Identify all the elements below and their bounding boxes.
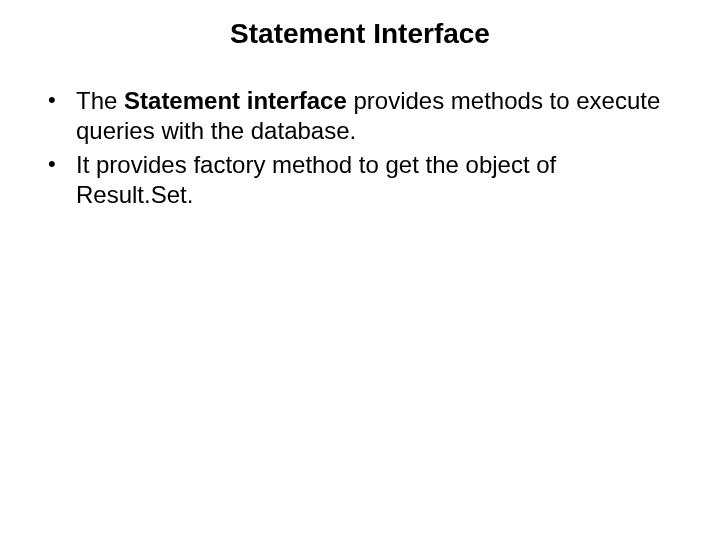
- bullet-suffix: It provides factory method to get the ob…: [76, 151, 556, 208]
- bullet-bold: Statement interface: [124, 87, 347, 114]
- slide-title: Statement Interface: [80, 18, 640, 50]
- content-area: The Statement interface provides methods…: [40, 86, 680, 210]
- list-item: The Statement interface provides methods…: [48, 86, 680, 146]
- bullet-prefix: The: [76, 87, 124, 114]
- list-item: It provides factory method to get the ob…: [48, 150, 680, 210]
- bullet-list: The Statement interface provides methods…: [48, 86, 680, 210]
